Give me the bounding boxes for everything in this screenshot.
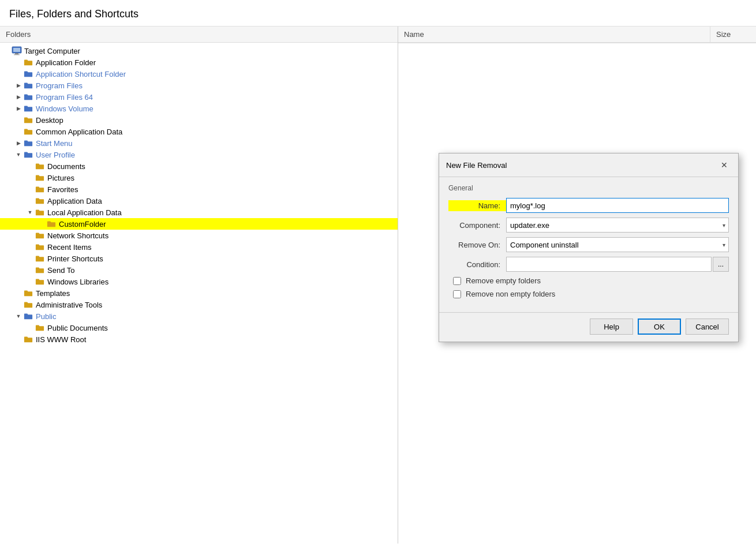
toggle-templates [14, 289, 23, 298]
folder-icon-program-files-64 [23, 92, 33, 102]
page-title: Files, Folders and Shortcuts [0, 0, 756, 27]
remove-non-empty-folders-row: Remove non empty folders [448, 290, 729, 298]
tree-label-common-application-data: Common Application Data [36, 128, 122, 136]
dialog-title: New File Removal [446, 161, 507, 170]
folder-icon-favorites [35, 185, 45, 194]
tree-item-program-files-64[interactable]: ▶ Program Files 64 [0, 91, 398, 103]
folder-icon-send-to [35, 265, 45, 275]
tree-item-public[interactable]: ▼ Public [0, 310, 398, 322]
toggle-application-folder [14, 58, 23, 67]
folder-icon-windows-volume [23, 104, 33, 113]
condition-browse-button[interactable]: ... [713, 257, 729, 272]
cancel-button[interactable]: Cancel [686, 319, 729, 335]
dialog-titlebar: New File Removal ✕ [439, 153, 738, 177]
tree-item-application-folder[interactable]: Application Folder [0, 57, 398, 68]
remove-on-row: Remove On: Component uninstall Uninstall… [448, 237, 729, 252]
tree-item-templates[interactable]: Templates [0, 287, 398, 299]
tree-label-favorites: Favorites [47, 185, 78, 194]
remove-empty-folders-checkbox[interactable] [453, 277, 461, 285]
condition-row: Condition: ... [448, 257, 729, 272]
help-button[interactable]: Help [590, 319, 633, 335]
dialog-close-button[interactable]: ✕ [717, 158, 731, 172]
svg-rect-1 [13, 48, 20, 52]
tree-item-recent-items[interactable]: Recent Items [0, 241, 398, 253]
folder-icon-application-folder [23, 58, 33, 67]
tree-item-printer-shortcuts[interactable]: Printer Shortcuts [0, 253, 398, 264]
tree-label-program-files: Program Files [36, 81, 83, 90]
toggle-program-files[interactable]: ▶ [14, 81, 23, 90]
tree-item-application-shortcut-folder[interactable]: Application Shortcut Folder [0, 68, 398, 80]
remove-on-select[interactable]: Component uninstall Uninstall Always [506, 237, 729, 252]
toggle-program-files-64[interactable]: ▶ [14, 92, 23, 102]
tree-item-iis-www-root[interactable]: IIS WWW Root [0, 334, 398, 345]
tree-item-administrative-tools[interactable]: Administrative Tools [0, 299, 398, 310]
remove-empty-folders-label[interactable]: Remove empty folders [466, 276, 541, 285]
tree-label-start-menu: Start Menu [36, 139, 73, 148]
tree-item-program-files[interactable]: ▶ Program Files [0, 80, 398, 91]
component-row: Component: updater.exe ▾ [448, 218, 729, 233]
tree-label-desktop: Desktop [36, 116, 63, 125]
remove-empty-folders-row: Remove empty folders [448, 276, 729, 285]
folders-panel: Folders Target Computer Application Fold… [0, 27, 398, 544]
tree-item-windows-volume[interactable]: ▶ Windows Volume [0, 103, 398, 114]
toggle-favorites [25, 185, 35, 194]
toggle-start-menu[interactable]: ▶ [14, 138, 23, 148]
svg-rect-3 [14, 54, 20, 55]
folder-icon-administrative-tools [23, 300, 33, 309]
tree-label-public-documents: Public Documents [47, 324, 108, 332]
folder-icon-network-shortcuts [35, 231, 45, 240]
folder-icon-start-menu [23, 138, 33, 148]
dialog-body: General Name: Component: updater.exe ▾ R… [439, 177, 738, 312]
toggle-windows-volume[interactable]: ▶ [14, 104, 23, 113]
toggle-network-shortcuts [25, 231, 35, 240]
folder-icon-recent-items [35, 242, 45, 252]
toggle-printer-shortcuts [25, 254, 35, 263]
tree-label-local-application-data: Local Application Data [47, 208, 122, 217]
tree-item-common-application-data[interactable]: Common Application Data [0, 126, 398, 137]
tree-label-application-data: Application Data [47, 197, 102, 205]
name-row: Name: [448, 198, 729, 213]
toggle-custom-folder [37, 219, 46, 228]
tree-item-documents[interactable]: Documents [0, 160, 398, 172]
toggle-send-to [25, 265, 35, 275]
toggle-recent-items [25, 242, 35, 252]
tree-item-pictures[interactable]: Pictures [0, 172, 398, 183]
tree-item-network-shortcuts[interactable]: Network Shortcuts [0, 230, 398, 241]
ok-button[interactable]: OK [638, 319, 681, 335]
tree-item-user-profile[interactable]: ▼ User Profile [0, 149, 398, 160]
tree-item-target-computer[interactable]: Target Computer [0, 45, 398, 57]
tree-item-desktop[interactable]: Desktop [0, 114, 398, 126]
toggle-public[interactable]: ▼ [14, 312, 23, 321]
tree-label-public: Public [36, 312, 56, 321]
toggle-user-profile[interactable]: ▼ [14, 150, 23, 159]
condition-input[interactable] [506, 257, 712, 272]
folder-icon-iis-www-root [23, 335, 33, 344]
condition-wrapper: ... [506, 257, 729, 272]
toggle-local-application-data[interactable]: ▼ [25, 208, 35, 217]
toggle-administrative-tools [14, 300, 23, 309]
toggle-pictures [25, 173, 35, 182]
name-input[interactable] [506, 198, 729, 213]
tree-label-windows-libraries: Windows Libraries [47, 278, 108, 286]
component-select[interactable]: updater.exe [506, 218, 729, 233]
tree-item-send-to[interactable]: Send To [0, 264, 398, 276]
tree-item-windows-libraries[interactable]: Windows Libraries [0, 276, 398, 287]
tree-item-public-documents[interactable]: Public Documents [0, 322, 398, 334]
tree-item-application-data[interactable]: Application Data [0, 195, 398, 207]
folder-icon-printer-shortcuts [35, 254, 45, 263]
dialog-footer: Help OK Cancel [439, 312, 738, 342]
tree-item-local-application-data[interactable]: ▼ Local Application Data [0, 207, 398, 218]
toggle-desktop [14, 115, 23, 125]
tree-container[interactable]: Target Computer Application Folder Appli… [0, 43, 398, 544]
tree-item-favorites[interactable]: Favorites [0, 183, 398, 195]
remove-non-empty-folders-checkbox[interactable] [453, 290, 461, 298]
name-label: Name: [448, 200, 506, 211]
toggle-common-application-data [14, 127, 23, 136]
tree-item-start-menu[interactable]: ▶ Start Menu [0, 137, 398, 149]
tree-label-templates: Templates [36, 289, 70, 298]
files-panel-size-header: Size [710, 27, 756, 43]
remove-non-empty-folders-label[interactable]: Remove non empty folders [466, 290, 555, 298]
tree-label-program-files-64: Program Files 64 [36, 93, 93, 102]
tree-item-custom-folder[interactable]: CustomFolder [0, 218, 398, 230]
toggle-documents [25, 162, 35, 171]
